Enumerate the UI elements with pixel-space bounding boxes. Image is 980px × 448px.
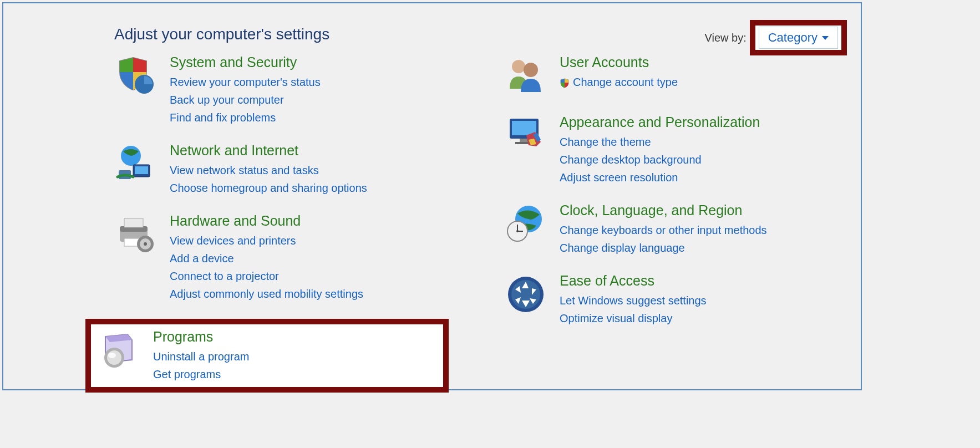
category-system-security: System and Security Review your computer… <box>114 54 449 126</box>
category-title[interactable]: Hardware and Sound <box>170 213 363 229</box>
right-column: User Accounts Change account type <box>504 54 839 393</box>
link-keyboards[interactable]: Change keyboards or other input methods <box>560 222 767 238</box>
view-by-highlight: Category <box>750 20 847 55</box>
category-clock-language-region: Clock, Language, and Region Change keybo… <box>504 202 839 256</box>
page-title: Adjust your computer's settings <box>114 26 329 43</box>
link-find-fix[interactable]: Find and fix problems <box>170 109 321 126</box>
category-title[interactable]: Clock, Language, and Region <box>560 202 767 218</box>
control-panel-window: Adjust your computer's settings View by:… <box>2 2 862 390</box>
link-review-status[interactable]: Review your computer's status <box>170 74 321 90</box>
category-hardware-sound: Hardware and Sound View devices and prin… <box>114 213 449 302</box>
link-mobility[interactable]: Adjust commonly used mobility settings <box>170 286 363 302</box>
category-title[interactable]: Ease of Access <box>560 273 707 289</box>
category-title[interactable]: User Accounts <box>560 54 678 70</box>
link-desktop-background[interactable]: Change desktop background <box>560 151 760 168</box>
printer-icon[interactable] <box>114 213 158 256</box>
category-appearance: Appearance and Personalization Change th… <box>504 114 839 186</box>
view-by-container: View by: Category <box>704 20 847 55</box>
link-change-account-type[interactable]: Change account type <box>560 74 678 90</box>
left-column: System and Security Review your computer… <box>114 54 449 393</box>
link-text: Change account type <box>573 76 678 88</box>
link-devices-printers[interactable]: View devices and printers <box>170 232 363 249</box>
shield-icon[interactable] <box>114 54 158 98</box>
category-title[interactable]: Appearance and Personalization <box>560 114 760 130</box>
view-by-dropdown[interactable]: Category <box>759 27 838 49</box>
svg-rect-7 <box>124 218 143 227</box>
category-programs: Programs Uninstall a program Get program… <box>85 319 449 393</box>
link-suggest-settings[interactable]: Let Windows suggest settings <box>560 292 707 309</box>
link-uninstall[interactable]: Uninstall a program <box>153 348 249 365</box>
svg-point-16 <box>524 63 538 77</box>
monitor-paint-icon[interactable] <box>504 114 547 157</box>
link-change-theme[interactable]: Change the theme <box>560 134 760 150</box>
link-add-device[interactable]: Add a device <box>170 250 363 267</box>
globe-network-icon[interactable] <box>114 142 158 186</box>
svg-point-14 <box>108 353 116 358</box>
svg-point-15 <box>512 60 525 73</box>
category-network-internet: Network and Internet View network status… <box>114 142 449 196</box>
view-by-value: Category <box>768 30 817 45</box>
category-title[interactable]: Network and Internet <box>170 142 367 159</box>
link-get-programs[interactable]: Get programs <box>153 366 249 383</box>
category-title[interactable]: System and Security <box>170 54 321 70</box>
link-display-language[interactable]: Change display language <box>560 240 767 256</box>
svg-point-25 <box>516 230 519 232</box>
svg-point-11 <box>144 242 147 246</box>
ease-of-access-icon[interactable] <box>504 273 547 316</box>
link-optimize-visual[interactable]: Optimize visual display <box>560 310 707 327</box>
link-backup[interactable]: Back up your computer <box>170 91 321 108</box>
svg-rect-3 <box>135 166 148 174</box>
category-columns: System and Security Review your computer… <box>3 49 861 393</box>
programs-icon[interactable] <box>98 329 141 372</box>
link-screen-resolution[interactable]: Adjust screen resolution <box>560 169 760 186</box>
link-homegroup[interactable]: Choose homegroup and sharing options <box>170 180 367 196</box>
category-ease-of-access: Ease of Access Let Windows suggest setti… <box>504 273 839 327</box>
link-network-status[interactable]: View network status and tasks <box>170 162 367 179</box>
users-icon[interactable] <box>504 54 547 98</box>
category-user-accounts: User Accounts Change account type <box>504 54 839 98</box>
chevron-down-icon <box>822 36 829 40</box>
globe-clock-icon[interactable] <box>504 202 547 246</box>
uac-shield-icon <box>560 78 570 88</box>
view-by-label: View by: <box>704 32 746 44</box>
link-projector[interactable]: Connect to a projector <box>170 268 363 284</box>
category-title[interactable]: Programs <box>153 329 249 345</box>
